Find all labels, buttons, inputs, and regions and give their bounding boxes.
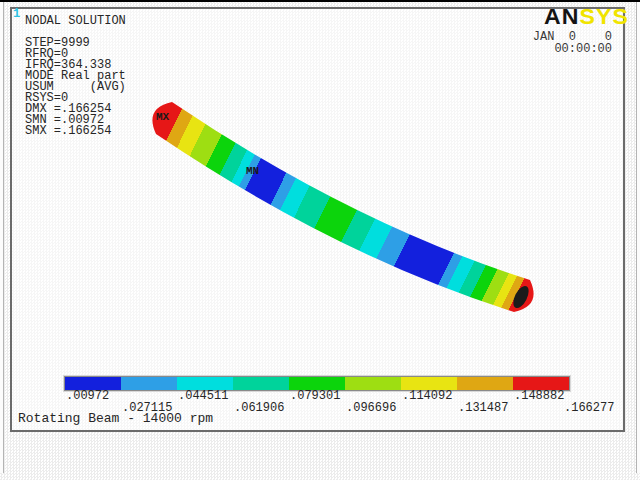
datetime-block: JAN 0 0 00:00:00 — [533, 31, 612, 55]
legend-value: .079301 — [290, 391, 340, 402]
legend-segment — [345, 377, 401, 390]
beam-body — [152, 102, 533, 312]
ansys-logo: ANSYS — [544, 6, 629, 28]
legend-value: .166277 — [564, 403, 614, 414]
legend-value: .00972 — [66, 391, 109, 402]
legend-value: .131487 — [458, 403, 508, 414]
legend-value: .096696 — [346, 403, 396, 414]
legend-value: .114092 — [402, 391, 452, 402]
solution-info-block: NODAL SOLUTION STEP=9999 RFRQ=0 IFRQ=364… — [25, 16, 126, 137]
legend-segment — [121, 377, 177, 390]
min-displacement-marker: MN — [246, 166, 259, 177]
time-text: 00:00:00 — [533, 43, 612, 55]
ansys-logo-an: AN — [544, 4, 579, 29]
info-line-smx: SMX =.166254 — [25, 126, 126, 137]
info-line-title: NODAL SOLUTION — [25, 16, 126, 27]
legend-segment — [233, 377, 289, 390]
ansys-graphics-window: 1 MX MN NODAL SOLUTION STEP=9999 RFRQ=0 … — [0, 0, 640, 480]
ansys-logo-sys: SYS — [579, 4, 628, 29]
max-displacement-marker: MX — [156, 112, 169, 123]
plot-caption: Rotating Beam - 14000 rpm — [18, 412, 213, 425]
legend-value: .148882 — [514, 391, 564, 402]
legend-segment — [457, 377, 513, 390]
legend-value: .061906 — [234, 403, 284, 414]
legend-value: .044511 — [178, 391, 228, 402]
